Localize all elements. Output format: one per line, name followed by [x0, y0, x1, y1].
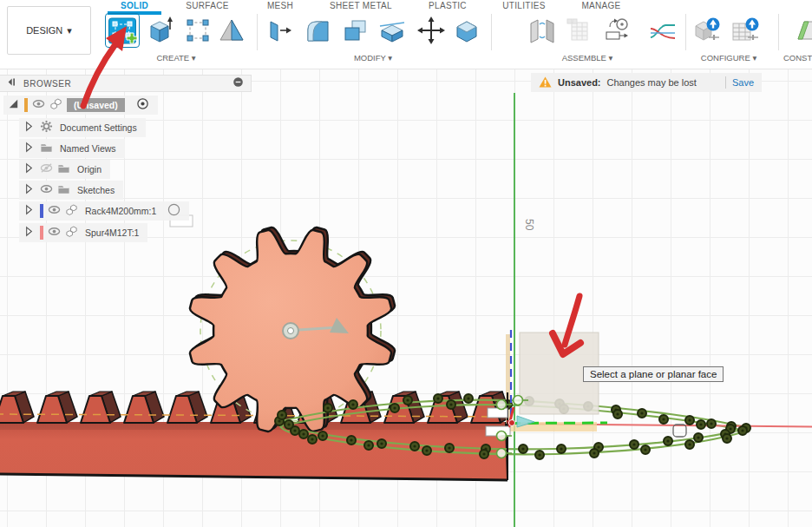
- collapse-panel-icon[interactable]: [7, 76, 18, 91]
- browser-panel: BROWSER (Unsaved)Document SettingsNamed …: [0, 75, 252, 248]
- sketch-nodes-icon[interactable]: [181, 14, 214, 47]
- eye-icon[interactable]: [32, 97, 45, 114]
- chevron-icon[interactable]: [23, 141, 36, 157]
- motion-link-icon[interactable]: [600, 14, 633, 47]
- configuration-icon[interactable]: [690, 14, 723, 47]
- tab-sheet-metal[interactable]: SHEET METAL: [330, 1, 392, 10]
- save-button[interactable]: Save: [732, 77, 754, 88]
- component-color-bar: [24, 98, 28, 112]
- browser-row-spur4m12t-1[interactable]: Spur4M12T:1: [19, 223, 147, 242]
- axis-dimension-label: 50: [523, 219, 535, 231]
- browser-row-document-settings[interactable]: Document Settings: [19, 118, 146, 137]
- tab-solid[interactable]: SOLID: [121, 1, 148, 10]
- construct-plane-icon[interactable]: [791, 14, 812, 47]
- toolbar-separator: [685, 14, 686, 50]
- eye-icon[interactable]: [40, 182, 53, 199]
- folder-icon[interactable]: [57, 161, 70, 178]
- fusion-window: 50 DESIGN ▾ SOLIDSURFACEMESHSHEET METALP…: [0, 0, 812, 527]
- browser-row-sketches[interactable]: Sketches: [19, 181, 123, 200]
- tab-manage[interactable]: MANAGE: [581, 1, 620, 10]
- browser-row-named-views[interactable]: Named Views: [19, 139, 125, 158]
- move-icon[interactable]: [415, 14, 448, 47]
- component-icon[interactable]: [65, 225, 78, 241]
- group-label-const[interactable]: CONST: [783, 53, 812, 63]
- combine-icon[interactable]: [339, 14, 372, 47]
- bom-table-icon[interactable]: [561, 14, 594, 47]
- group-label-configure[interactable]: CONFIGURE ▾: [701, 53, 756, 63]
- row-label: (Unsaved): [67, 98, 125, 112]
- warning-icon: [539, 76, 552, 90]
- caret-down-icon: ▾: [67, 25, 72, 36]
- unsaved-title: Unsaved:: [558, 77, 601, 88]
- toolbar-separator: [257, 14, 258, 50]
- rack-body[interactable]: [0, 392, 511, 480]
- chevron-icon[interactable]: [23, 120, 36, 136]
- row-label: Origin: [75, 164, 102, 175]
- tab-mesh[interactable]: MESH: [267, 1, 293, 10]
- browser-header: BROWSER: [0, 75, 252, 92]
- tab-surface[interactable]: SURFACE: [186, 1, 228, 10]
- group-label-modify[interactable]: MODIFY ▾: [354, 53, 392, 63]
- component-icon[interactable]: [65, 203, 78, 220]
- eye-icon[interactable]: [48, 225, 61, 241]
- revolve-icon[interactable]: [215, 14, 248, 47]
- slot-glyph: [673, 425, 686, 437]
- row-label: Document Settings: [57, 122, 137, 133]
- row-label: Named Views: [57, 143, 116, 154]
- unsaved-message: Changes may be lost: [607, 77, 719, 88]
- expanded-triangle-icon[interactable]: [7, 97, 20, 114]
- browser-row-rack4m200mm-1[interactable]: Rack4M200mm:1: [19, 201, 189, 221]
- folder-icon[interactable]: [57, 182, 70, 199]
- toolbar-separator: [491, 14, 492, 50]
- dimension-box[interactable]: [488, 408, 508, 418]
- group-label-create[interactable]: CREATE ▾: [156, 53, 195, 63]
- folder-icon[interactable]: [40, 141, 53, 157]
- row-label: Rack4M200mm:1: [82, 206, 156, 216]
- browser-row-origin[interactable]: Origin: [19, 160, 110, 179]
- chevron-icon[interactable]: [23, 225, 36, 241]
- row-label: Sketches: [75, 185, 115, 195]
- fillet-icon[interactable]: [301, 14, 334, 47]
- configuration-table-icon[interactable]: [728, 14, 761, 47]
- press-pull-icon[interactable]: [263, 14, 296, 47]
- chevron-icon[interactable]: [23, 203, 36, 220]
- selection-circle-icon[interactable]: [167, 203, 180, 220]
- joint-icon[interactable]: [526, 14, 559, 47]
- selection-tooltip: Select a plane or planar face: [583, 366, 724, 382]
- browser-row--unsaved-[interactable]: (Unsaved): [3, 96, 158, 115]
- row-label: Spur4M12T:1: [82, 227, 139, 238]
- browser-title: BROWSER: [23, 79, 227, 89]
- toolbar: DESIGN ▾ SOLIDSURFACEMESHSHEET METALPLAS…: [0, 0, 812, 69]
- component-icon[interactable]: [49, 97, 62, 114]
- design-menu-label: DESIGN: [26, 25, 62, 36]
- eye-icon[interactable]: [48, 203, 61, 220]
- toolbar-separator: [778, 14, 779, 50]
- create-sketch-icon[interactable]: [106, 14, 139, 47]
- unsaved-warning-bar: Unsaved: Changes may be lost Save: [531, 73, 762, 92]
- chamfer-icon[interactable]: [450, 14, 483, 47]
- tangent-curves-icon[interactable]: [646, 14, 679, 47]
- minimize-panel-icon[interactable]: [232, 76, 244, 91]
- chevron-icon[interactable]: [23, 161, 36, 178]
- divider: [725, 76, 726, 89]
- tab-utilities[interactable]: UTILITIES: [502, 1, 545, 10]
- split-body-icon[interactable]: [376, 14, 409, 47]
- extrude-icon[interactable]: [143, 14, 176, 47]
- eye-hidden-icon[interactable]: [40, 161, 53, 178]
- tab-plastic[interactable]: PLASTIC: [429, 1, 467, 10]
- radio-target-icon[interactable]: [136, 97, 149, 114]
- design-menu-button[interactable]: DESIGN ▾: [7, 6, 91, 55]
- group-label-assemble[interactable]: ASSEMBLE ▾: [562, 53, 613, 63]
- component-color-bar: [40, 226, 43, 240]
- component-color-bar: [40, 204, 43, 218]
- gear-icon[interactable]: [40, 120, 53, 136]
- chevron-icon[interactable]: [23, 182, 36, 199]
